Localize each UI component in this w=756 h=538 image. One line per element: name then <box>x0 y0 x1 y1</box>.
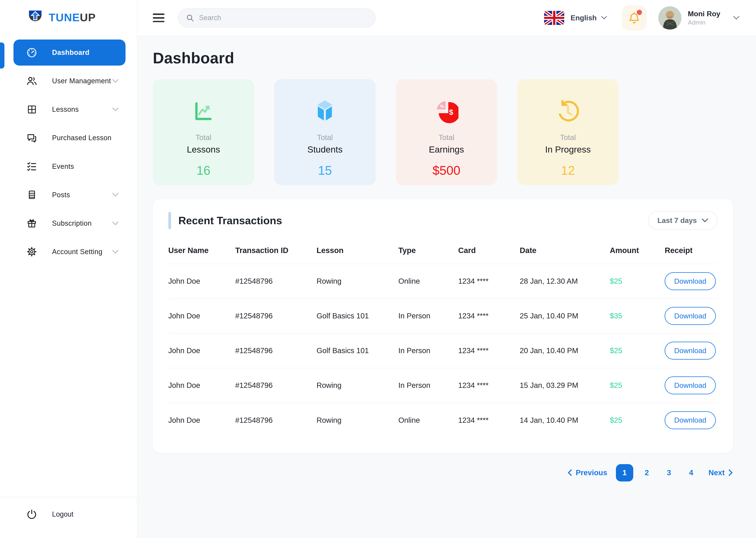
search-box <box>178 8 376 27</box>
user-role: Admin <box>688 19 720 26</box>
stat-label-top: Total <box>560 133 576 142</box>
stat-value: 16 <box>197 163 211 178</box>
sidebar: TUNEUP Dashboard <box>0 0 137 538</box>
cell-amount: $25 <box>610 333 665 368</box>
sidebar-item-posts[interactable]: Posts <box>14 182 125 208</box>
page-button-2[interactable]: 2 <box>638 464 655 481</box>
hamburger-menu-icon[interactable] <box>153 14 165 22</box>
cell-date: 28 Jan, 12.30 AM <box>520 264 610 298</box>
date-filter-dropdown[interactable]: Last 7 days <box>648 211 717 230</box>
logout-button[interactable]: Logout <box>14 501 125 527</box>
gear-icon <box>26 246 38 258</box>
stat-label-top: Total <box>317 133 333 142</box>
chevron-down-icon <box>112 79 119 83</box>
chevron-down-icon <box>112 107 119 112</box>
user-menu-chevron[interactable] <box>733 16 740 20</box>
grid-icon <box>26 104 38 115</box>
search-input[interactable] <box>199 14 367 22</box>
cell-user: John Doe <box>168 368 235 403</box>
panel-title: Recent Transactions <box>178 214 282 227</box>
sidebar-footer: Logout <box>0 497 137 538</box>
speedometer-icon <box>26 47 38 58</box>
cell-lesson: Golf Basics 101 <box>316 298 398 333</box>
transactions-table: User Name Transaction ID Lesson Type Car… <box>168 240 717 438</box>
download-button[interactable]: Download <box>665 342 716 359</box>
pagination: Previous 1234 Next <box>153 464 733 494</box>
active-item-indicator <box>0 42 4 69</box>
col-date: Date <box>520 240 610 264</box>
page-button-1[interactable]: 1 <box>616 464 633 481</box>
stat-label-top: Total <box>439 133 454 142</box>
brand-name-primary: TUNE <box>49 11 80 24</box>
download-button[interactable]: Download <box>665 411 716 429</box>
table-row: John Doe#12548796Golf Basics 101In Perso… <box>168 298 717 333</box>
cell-user: John Doe <box>168 264 235 298</box>
logout-label: Logout <box>52 510 73 518</box>
stat-card-total-in-progress: Total In Progress 12 <box>517 79 619 186</box>
table-row: John Doe#12548796RowingOnline1234 ****28… <box>168 264 717 298</box>
download-button[interactable]: Download <box>665 307 716 325</box>
cell-lesson: Rowing <box>316 403 398 438</box>
avatar[interactable] <box>658 6 682 29</box>
stat-card-total-lessons: Total Lessons 16 <box>153 79 254 186</box>
pagination-pages: 1234 <box>616 464 700 481</box>
cell-amount: $25 <box>610 264 665 298</box>
page-button-3[interactable]: 3 <box>660 464 678 481</box>
date-filter-label: Last 7 days <box>657 216 697 225</box>
cell-amount: $25 <box>610 368 665 403</box>
next-label: Next <box>708 468 725 477</box>
main-area: English <box>137 0 756 538</box>
page-button-4[interactable]: 4 <box>683 464 700 481</box>
pie-dollar-icon: % $ <box>435 97 459 126</box>
stat-label-top: Total <box>196 133 211 142</box>
cell-receipt: Download <box>665 403 717 438</box>
notifications-button[interactable] <box>622 5 647 30</box>
cell-card: 1234 **** <box>458 298 520 333</box>
sidebar-item-lessons[interactable]: Lessons <box>14 96 125 123</box>
app-window: TUNEUP Dashboard <box>0 0 756 538</box>
previous-page-button[interactable]: Previous <box>568 468 607 477</box>
search-icon <box>186 14 194 22</box>
topbar-right: English <box>544 5 740 30</box>
notification-badge <box>637 10 642 15</box>
sidebar-item-events[interactable]: Events <box>14 153 125 180</box>
stat-value: 12 <box>561 163 575 178</box>
sidebar-item-label: Events <box>52 163 74 171</box>
svg-text:%: % <box>440 104 444 109</box>
cell-transaction-id: #12548796 <box>235 368 316 403</box>
sidebar-nav: Dashboard User Management <box>0 34 137 267</box>
sidebar-item-label: Account Setting <box>52 248 102 256</box>
sidebar-item-account-setting[interactable]: Account Setting <box>14 239 125 265</box>
line-chart-icon <box>191 97 215 126</box>
next-page-button[interactable]: Next <box>708 468 733 477</box>
brand-name: TUNEUP <box>49 11 96 24</box>
recent-transactions-panel: Recent Transactions Last 7 days User Nam… <box>153 199 733 453</box>
chevron-down-icon <box>601 16 607 20</box>
sidebar-item-subscription[interactable]: Subscription <box>14 210 125 237</box>
download-button[interactable]: Download <box>665 272 716 290</box>
sidebar-item-purchased-lesson[interactable]: Purchased Lesson <box>14 125 125 151</box>
document-lines-icon <box>26 189 38 201</box>
language-selector[interactable]: English <box>571 14 607 22</box>
cell-transaction-id: #12548796 <box>235 264 316 298</box>
download-button[interactable]: Download <box>665 376 716 394</box>
cube-icon <box>314 97 336 126</box>
sidebar-item-dashboard[interactable]: Dashboard <box>14 39 125 66</box>
cell-card: 1234 **** <box>458 403 520 438</box>
sidebar-item-label: Purchased Lesson <box>52 134 112 142</box>
cell-card: 1234 **** <box>458 264 520 298</box>
cell-user: John Doe <box>168 333 235 368</box>
chat-bubbles-icon <box>26 132 38 144</box>
cell-card: 1234 **** <box>458 368 520 403</box>
power-icon <box>26 509 38 520</box>
cell-date: 14 Jan, 10.40 PM <box>520 403 610 438</box>
brand-logo: TUNEUP <box>0 0 137 34</box>
title-accent-bar <box>168 212 171 229</box>
col-amount: Amount <box>610 240 665 264</box>
sidebar-item-user-management[interactable]: User Management <box>14 68 125 94</box>
uk-flag-icon <box>544 11 564 25</box>
cell-amount: $35 <box>610 298 665 333</box>
cell-amount: $25 <box>610 403 665 438</box>
page-title: Dashboard <box>153 49 733 67</box>
tuneup-logo-icon <box>26 9 44 26</box>
